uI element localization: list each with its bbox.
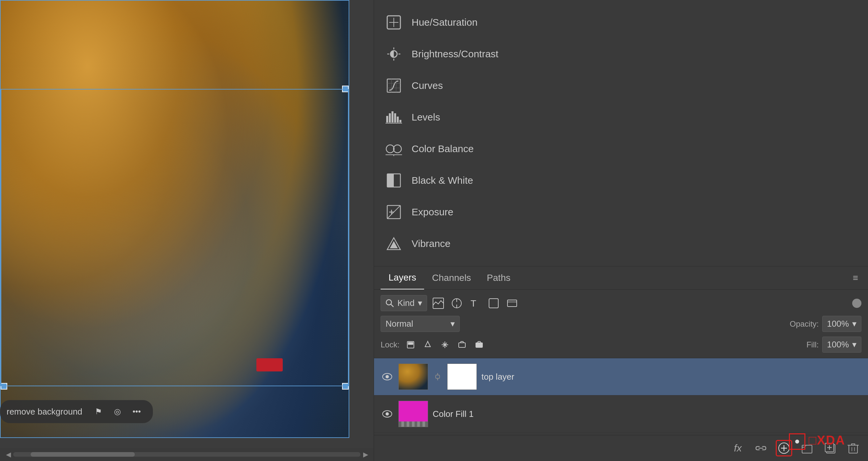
svg-rect-54 xyxy=(436,375,440,378)
flag-button[interactable]: ⚑ xyxy=(90,403,107,420)
opacity-label: Opacity: xyxy=(789,320,818,329)
lock-artboard-btn[interactable] xyxy=(456,339,468,351)
blend-mode-value: Normal xyxy=(385,319,413,329)
layer-thumb-cat-image xyxy=(399,364,428,390)
selection-handle-bottom-left[interactable] xyxy=(1,383,7,390)
cat-fur-detail xyxy=(1,1,349,437)
bw-label: Black & White xyxy=(411,175,473,186)
opacity-value-text: 100% xyxy=(827,319,849,329)
fill-control: Fill: 100% ▾ xyxy=(806,336,861,353)
scroll-thumb[interactable] xyxy=(31,452,135,457)
adjustment-item-curves[interactable]: Curves xyxy=(374,70,868,101)
layer-item-color-fill[interactable]: Color Fill 1 xyxy=(374,395,868,433)
blend-mode-select[interactable]: Normal ▾ xyxy=(381,316,460,332)
tab-layers[interactable]: Layers xyxy=(381,266,424,290)
ellipsis-button[interactable]: ••• xyxy=(128,403,145,420)
adjustment-item-hue-saturation[interactable]: Hue/Saturation xyxy=(374,7,868,38)
layer-thumbnail-fill xyxy=(398,401,428,427)
brightness-label: Brightness/Contrast xyxy=(411,48,498,60)
vibrance-label: Vibrance xyxy=(411,238,451,249)
layers-tabs: Layers Channels Paths ≡ xyxy=(374,266,868,290)
lock-position-btn[interactable] xyxy=(439,339,451,351)
cat-image xyxy=(0,0,349,438)
filter-image-btn[interactable] xyxy=(431,296,445,310)
filter-toggle-dot[interactable] xyxy=(852,299,861,308)
bw-icon xyxy=(384,171,404,190)
exposure-icon xyxy=(384,202,404,222)
svg-rect-15 xyxy=(389,113,391,123)
layer-thumbnail-top xyxy=(398,364,428,390)
adjustment-item-bw[interactable]: Black & White xyxy=(374,165,868,196)
scroll-track[interactable] xyxy=(13,452,361,457)
vibrance-icon xyxy=(384,234,404,254)
svg-rect-50 xyxy=(459,343,465,348)
xda-icon-box xyxy=(789,433,805,450)
kind-select[interactable]: Kind ▾ xyxy=(381,295,427,311)
levels-icon xyxy=(384,107,404,127)
layer-item-top-layer[interactable]: top layer xyxy=(374,358,868,395)
circle-button[interactable]: ◎ xyxy=(110,403,126,420)
scroll-left-arrow[interactable]: ◀ xyxy=(3,450,13,459)
xda-watermark: □XDA xyxy=(789,432,861,451)
layers-list: top layer Color Fill 1 xyxy=(374,358,868,435)
opacity-value-input[interactable]: 100% ▾ xyxy=(822,316,862,332)
lock-paint-btn[interactable] xyxy=(422,339,434,351)
filter-shape-btn[interactable] xyxy=(486,296,501,310)
layer-name-fill: Color Fill 1 xyxy=(433,409,473,419)
fx-label[interactable]: fx xyxy=(730,440,746,456)
fill-value-input[interactable]: 100% ▾ xyxy=(822,336,862,353)
opacity-control: Opacity: 100% ▾ xyxy=(789,316,861,332)
layer-controls: Kind ▾ xyxy=(374,290,868,358)
blend-arrow: ▾ xyxy=(451,319,455,329)
color-balance-icon xyxy=(384,139,404,159)
svg-point-56 xyxy=(385,412,389,416)
selection-handle-top-right[interactable] xyxy=(342,86,349,92)
opacity-arrow: ▾ xyxy=(852,319,857,329)
svg-text:□XDA: □XDA xyxy=(809,433,845,447)
scroll-right-arrow[interactable]: ▶ xyxy=(361,450,370,459)
canvas-image-wrapper xyxy=(0,0,349,438)
adjustment-item-exposure[interactable]: Exposure xyxy=(374,196,868,228)
lock-fill-row: Lock: xyxy=(381,336,861,353)
adjustment-item-vibrance[interactable]: Vibrance xyxy=(374,228,868,260)
link-layers-btn[interactable] xyxy=(753,440,769,456)
selection-handle-bottom-right[interactable] xyxy=(342,383,349,390)
tab-channels[interactable]: Channels xyxy=(424,267,479,289)
filter-type-btn[interactable]: T xyxy=(468,296,483,310)
adjustment-item-color-balance[interactable]: Color Balance xyxy=(374,133,868,165)
svg-rect-40 xyxy=(489,299,498,308)
visibility-eye-top[interactable] xyxy=(381,370,394,383)
panel-menu-button[interactable]: ≡ xyxy=(849,269,861,287)
svg-line-34 xyxy=(391,304,394,307)
fill-label: Fill: xyxy=(806,340,818,350)
adjustment-item-levels[interactable]: Levels xyxy=(374,101,868,133)
visibility-eye-fill[interactable] xyxy=(381,407,394,421)
svg-rect-44 xyxy=(408,342,413,345)
canvas-horizontal-scroll[interactable]: ◀ ▶ xyxy=(0,448,374,461)
svg-rect-14 xyxy=(386,116,388,123)
lock-all-btn[interactable] xyxy=(473,339,485,351)
levels-label: Levels xyxy=(411,111,440,123)
filter-smartobj-btn[interactable] xyxy=(505,296,519,310)
tab-paths[interactable]: Paths xyxy=(479,267,518,289)
layers-bottom-bar: fx xyxy=(374,435,868,461)
main-layout: remove background ⚑ ◎ ••• ◀ ▶ xyxy=(0,0,868,461)
svg-rect-17 xyxy=(394,113,396,123)
blend-opacity-row: Normal ▾ Opacity: 100% ▾ xyxy=(381,316,861,332)
xda-logo-text: □XDA xyxy=(809,432,861,451)
kind-row: Kind ▾ xyxy=(381,295,861,311)
lock-pixels-btn[interactable] xyxy=(405,339,416,351)
svg-rect-41 xyxy=(507,300,517,306)
svg-text:T: T xyxy=(471,298,476,308)
filter-adjustment-btn[interactable] xyxy=(450,296,464,310)
svg-point-70 xyxy=(795,439,799,443)
svg-rect-19 xyxy=(399,120,401,123)
svg-point-53 xyxy=(385,375,389,378)
fill-value-text: 100% xyxy=(827,339,849,350)
layers-panel: Layers Channels Paths ≡ Kind ▾ xyxy=(374,266,868,461)
adjustment-item-brightness[interactable]: Brightness/Contrast xyxy=(374,38,868,70)
curves-label: Curves xyxy=(411,80,443,91)
layer-mask-white xyxy=(447,364,476,390)
svg-rect-18 xyxy=(397,117,399,123)
kind-arrow: ▾ xyxy=(418,298,422,308)
